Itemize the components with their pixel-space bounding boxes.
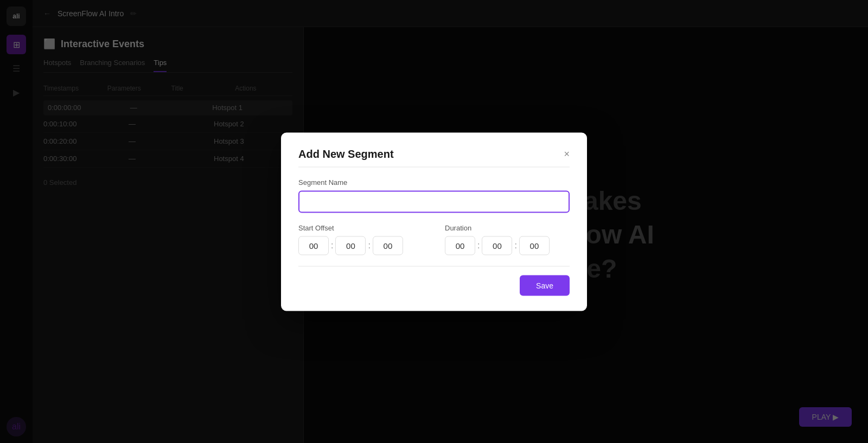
modal-segment-close-button[interactable]: × [564,149,570,159]
duration-ss[interactable] [519,236,550,255]
modal-segment-title: Add New Segment [298,147,394,160]
time-fields: Start Offset : : Duration : : [298,223,570,255]
overlay: Add New Schedule × Published Save Add Ne… [0,0,868,443]
start-offset-group: Start Offset : : [298,223,423,255]
duration-mm[interactable] [482,236,512,255]
duration-inputs: : : [445,236,570,255]
segment-name-label: Segment Name [298,178,570,186]
modal-divider-top [298,166,570,167]
start-offset-hh[interactable] [298,236,329,255]
modal-segment-header: Add New Segment × [298,147,570,160]
duration-group: Duration : : [445,223,570,255]
modal-segment-footer: Save [298,275,570,296]
modal-divider-bottom [298,266,570,266]
time-sep-3: : [477,241,480,251]
start-offset-label: Start Offset [298,223,423,232]
start-offset-mm[interactable] [335,236,366,255]
duration-hh[interactable] [445,236,475,255]
duration-label: Duration [445,223,570,232]
start-offset-ss[interactable] [373,236,403,255]
time-sep-4: : [514,241,516,251]
modal-segment: Add New Segment × Segment Name Start Off… [281,132,587,311]
modal-segment-save-button[interactable]: Save [520,275,570,296]
start-offset-inputs: : : [298,236,423,255]
time-sep-2: : [368,241,370,251]
time-sep-1: : [331,241,333,251]
segment-name-input[interactable] [298,190,570,213]
